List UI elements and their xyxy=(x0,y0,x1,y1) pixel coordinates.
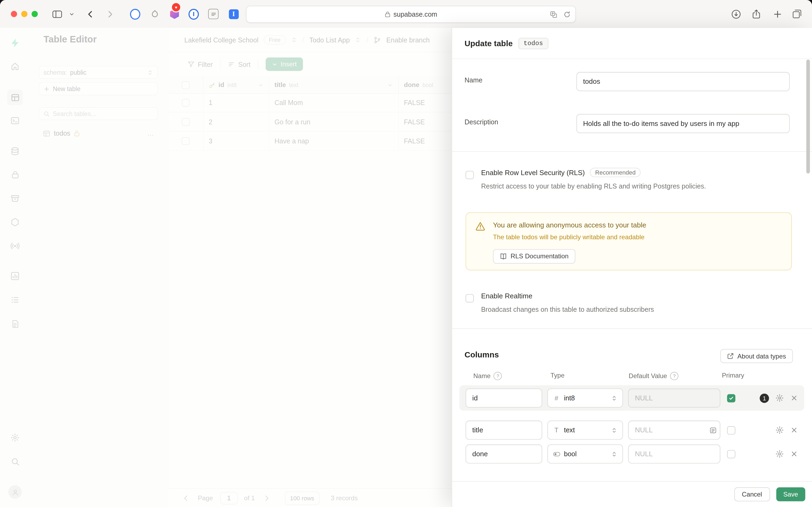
address-bar[interactable]: supabase.com xyxy=(246,6,576,23)
help-icon[interactable]: ? xyxy=(670,372,679,380)
help-icon[interactable]: ? xyxy=(494,372,502,380)
chevron-down-icon[interactable] xyxy=(69,0,74,28)
breadcrumb-project[interactable]: Todo List App xyxy=(309,36,350,44)
sidebar-item-auth[interactable] xyxy=(7,167,23,182)
external-link-icon xyxy=(727,353,734,359)
translate-icon[interactable] xyxy=(550,11,557,18)
row-checkbox[interactable] xyxy=(182,118,189,126)
column-header-title[interactable]: title text xyxy=(269,76,399,93)
prev-page-icon[interactable] xyxy=(182,494,189,502)
close-window-button[interactable] xyxy=(11,11,17,17)
extension-icon-5[interactable] xyxy=(208,9,219,19)
rls-checkbox[interactable] xyxy=(466,171,474,179)
row-menu-icon[interactable]: … xyxy=(147,129,154,137)
primary-checkbox[interactable] xyxy=(727,426,736,434)
plan-badge: Free xyxy=(264,35,286,45)
reload-icon[interactable] xyxy=(563,11,571,18)
extension-icon-6[interactable]: I xyxy=(228,9,239,19)
column-default-input[interactable] xyxy=(628,420,720,440)
column-default-input[interactable] xyxy=(628,444,720,463)
chevrons-up-down-icon[interactable] xyxy=(355,37,361,43)
remove-column-icon[interactable] xyxy=(790,450,798,458)
column-type-select[interactable]: T text xyxy=(547,420,623,440)
sidebar-item-storage[interactable] xyxy=(7,191,23,206)
breadcrumb-org[interactable]: Lakefield College School xyxy=(184,36,258,44)
name-label: Name xyxy=(465,76,482,84)
column-header-id[interactable]: id int8 xyxy=(204,76,269,93)
zoom-window-button[interactable] xyxy=(32,11,38,17)
cell-title[interactable]: Have a nap xyxy=(269,131,399,150)
search-tables-input[interactable]: Search tables... xyxy=(39,107,158,120)
new-table-button[interactable]: New table xyxy=(39,82,158,95)
sidebar-item-table-editor[interactable] xyxy=(7,90,23,105)
column-type-select[interactable]: # int8 xyxy=(547,388,623,407)
filter-button[interactable]: Filter xyxy=(187,60,213,68)
settings-icon[interactable] xyxy=(7,430,23,446)
select-all-checkbox[interactable] xyxy=(182,81,189,89)
save-button[interactable]: Save xyxy=(776,488,805,501)
cell-id[interactable]: 1 xyxy=(204,93,269,112)
about-data-types-button[interactable]: About data types xyxy=(720,349,793,363)
next-page-icon[interactable] xyxy=(263,494,271,502)
back-icon[interactable] xyxy=(86,0,95,28)
sidebar-item-api-docs[interactable] xyxy=(7,316,23,331)
remove-column-icon[interactable] xyxy=(790,426,798,434)
sidebar-item-database[interactable] xyxy=(7,144,23,159)
name-field[interactable] xyxy=(576,72,790,91)
sidebar-item-edge-functions[interactable] xyxy=(7,214,23,230)
realtime-checkbox[interactable] xyxy=(466,294,474,302)
chevron-down-icon[interactable] xyxy=(258,82,264,88)
realtime-label[interactable]: Enable Realtime xyxy=(481,292,532,300)
sidebar-item-reports[interactable] xyxy=(7,268,23,284)
sidebar-item-realtime[interactable] xyxy=(7,238,23,254)
new-tab-icon[interactable] xyxy=(773,0,782,28)
extension-icon-2[interactable] xyxy=(150,9,160,19)
supabase-logo-icon[interactable] xyxy=(7,35,23,51)
cancel-button[interactable]: Cancel xyxy=(734,488,770,501)
column-settings-icon[interactable] xyxy=(775,394,784,402)
downloads-icon[interactable] xyxy=(731,0,741,28)
description-label: Description xyxy=(465,118,498,126)
sidebar-item-sql-editor[interactable] xyxy=(7,113,23,128)
sort-button[interactable]: Sort xyxy=(228,60,250,68)
expand-editor-icon[interactable] xyxy=(709,427,717,434)
row-checkbox[interactable] xyxy=(182,137,189,145)
sidebar-toggle-icon[interactable] xyxy=(52,0,62,28)
cell-title[interactable]: Go for a run xyxy=(269,112,399,131)
extension-icon-1[interactable] xyxy=(130,9,140,19)
rls-documentation-button[interactable]: RLS Documentation xyxy=(493,249,575,264)
column-type-select[interactable]: bool xyxy=(547,444,623,463)
sidebar-item-home[interactable] xyxy=(7,59,23,74)
share-icon[interactable] xyxy=(752,0,761,28)
search-icon[interactable] xyxy=(7,454,23,469)
rls-label[interactable]: Enable Row Level Security (RLS) xyxy=(481,169,585,176)
page-size-select[interactable]: 100 rows xyxy=(285,491,320,505)
row-checkbox[interactable] xyxy=(182,99,189,106)
page-number-input[interactable] xyxy=(220,492,238,504)
tab-overview-icon[interactable] xyxy=(793,0,802,28)
panel-scrollbar[interactable] xyxy=(806,60,810,173)
cell-id[interactable]: 3 xyxy=(204,131,269,150)
primary-checkbox[interactable] xyxy=(727,450,736,458)
table-list-item-todos[interactable]: todos … xyxy=(39,127,158,139)
forward-icon[interactable] xyxy=(106,0,114,28)
column-settings-icon[interactable] xyxy=(775,450,784,458)
insert-button[interactable]: Insert xyxy=(266,57,303,71)
enable-branch-button[interactable]: Enable branch xyxy=(387,36,430,44)
sidebar-item-logs[interactable] xyxy=(7,292,23,308)
column-settings-icon[interactable] xyxy=(775,426,784,435)
column-name-input[interactable] xyxy=(466,388,542,407)
description-field[interactable] xyxy=(576,114,790,133)
avatar[interactable] xyxy=(8,485,22,499)
chevron-down-icon[interactable] xyxy=(388,82,393,88)
primary-checkbox[interactable] xyxy=(727,394,736,402)
column-name-input[interactable] xyxy=(466,444,542,463)
schema-select[interactable]: schema: public xyxy=(39,66,158,79)
remove-column-icon[interactable] xyxy=(790,394,798,402)
column-name-input[interactable] xyxy=(466,420,542,440)
extension-icon-4[interactable] xyxy=(188,9,199,19)
chevrons-up-down-icon[interactable] xyxy=(291,37,297,43)
minimize-window-button[interactable] xyxy=(21,11,27,17)
cell-id[interactable]: 2 xyxy=(204,112,269,131)
cell-title[interactable]: Call Mom xyxy=(269,93,399,112)
